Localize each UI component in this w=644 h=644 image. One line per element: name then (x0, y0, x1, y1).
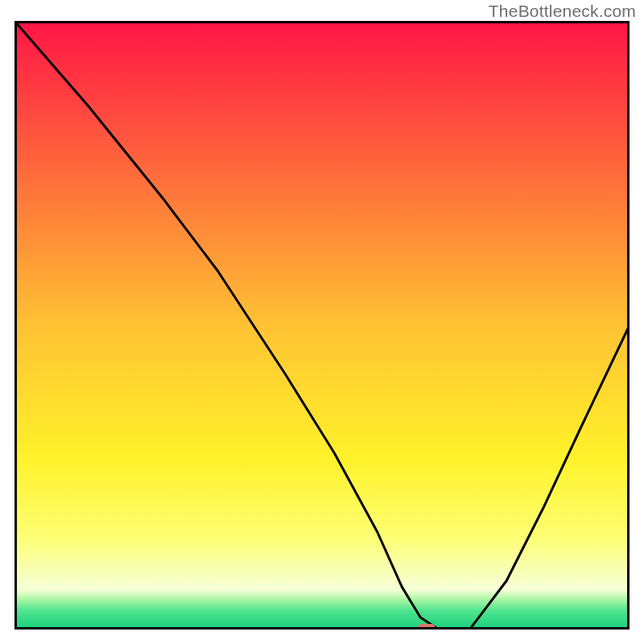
chart-svg (14, 21, 630, 630)
chart-container: TheBottleneck.com (0, 0, 644, 644)
gradient-background (14, 21, 630, 630)
watermark-label: TheBottleneck.com (489, 2, 636, 21)
plot-area (14, 21, 630, 630)
